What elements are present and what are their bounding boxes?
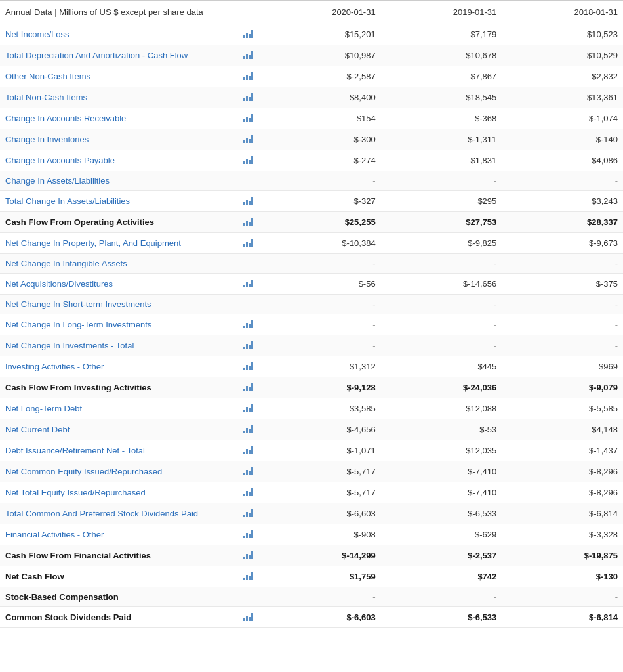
row-icon-cell[interactable] — [236, 274, 260, 295]
table-row: Net Change In Investments - Total--- — [0, 335, 623, 356]
row-icon-cell[interactable] — [236, 440, 260, 461]
row-icon-cell[interactable] — [236, 129, 260, 150]
row-icon-cell[interactable] — [236, 233, 260, 254]
row-label: Net Current Debt — [0, 419, 236, 440]
bar-chart-icon[interactable] — [243, 113, 253, 122]
bar-chart-icon[interactable] — [243, 612, 253, 621]
row-icon-cell[interactable] — [236, 87, 260, 108]
table-row: Net Long-Term Debt$3,585$12,088$-5,585 — [0, 398, 623, 419]
bar-chart-icon[interactable] — [243, 550, 253, 559]
row-icon-cell[interactable] — [236, 482, 260, 503]
table-row: Cash Flow From Operating Activities$25,2… — [0, 212, 623, 233]
row-value-col2: - — [381, 335, 502, 356]
row-label: Change In Accounts Receivable — [0, 108, 236, 129]
row-icon-cell[interactable] — [236, 314, 260, 335]
row-label: Debt Issuance/Retirement Net - Total — [0, 440, 236, 461]
row-icon-cell[interactable] — [236, 503, 260, 524]
row-icon-cell[interactable] — [236, 108, 260, 129]
bar-chart-icon[interactable] — [243, 487, 253, 496]
row-label: Net Change In Property, Plant, And Equip… — [0, 233, 236, 254]
bar-chart-icon[interactable] — [243, 361, 253, 370]
row-icon-cell[interactable] — [236, 24, 260, 45]
row-label: Common Stock Dividends Paid — [0, 607, 236, 628]
bar-chart-icon[interactable] — [243, 466, 253, 475]
bar-chart-icon[interactable] — [243, 529, 253, 538]
bar-chart-icon[interactable] — [243, 571, 253, 580]
row-value-col3: - — [502, 171, 623, 191]
row-icon-cell[interactable] — [236, 45, 260, 66]
row-label: Total Depreciation And Amortization - Ca… — [0, 45, 236, 66]
bar-chart-icon[interactable] — [243, 92, 253, 101]
row-icon-cell[interactable] — [236, 335, 260, 356]
row-value-col1: $-327 — [260, 191, 381, 212]
row-icon-cell[interactable] — [236, 356, 260, 377]
table-row: Net Common Equity Issued/Repurchased$-5,… — [0, 461, 623, 482]
bar-chart-icon[interactable] — [243, 403, 253, 412]
bar-chart-icon[interactable] — [243, 278, 253, 287]
header-col3: 2018-01-31 — [502, 1, 623, 24]
bar-chart-icon[interactable] — [243, 445, 253, 454]
bar-chart-icon[interactable] — [243, 340, 253, 349]
bar-chart-icon[interactable] — [243, 508, 253, 517]
table-row: Net Income/Loss$15,201$7,179$10,523 — [0, 24, 623, 45]
dash-value: - — [494, 320, 496, 329]
row-value-col1: $-6,603 — [260, 503, 381, 524]
row-label: Change In Inventories — [0, 129, 236, 150]
row-value-col1: - — [260, 335, 381, 356]
row-label: Change In Assets/Liabilities — [0, 171, 236, 191]
row-value-col1: $-1,071 — [260, 440, 381, 461]
row-icon-cell[interactable] — [236, 212, 260, 233]
row-value-col3: $10,523 — [502, 24, 623, 45]
row-label: Financial Activities - Other — [0, 524, 236, 545]
dash-value: - — [372, 341, 375, 350]
row-icon-cell[interactable] — [236, 377, 260, 398]
row-icon-cell[interactable] — [236, 461, 260, 482]
table-row: Common Stock Dividends Paid$-6,603$-6,53… — [0, 607, 623, 628]
row-value-col1: $-5,717 — [260, 482, 381, 503]
dash-value: - — [615, 176, 618, 186]
row-label: Cash Flow From Operating Activities — [0, 212, 236, 233]
row-value-col3: $-9,673 — [502, 233, 623, 254]
row-icon-cell[interactable] — [236, 191, 260, 212]
row-value-col1: $-5,717 — [260, 461, 381, 482]
bar-chart-icon[interactable] — [243, 238, 253, 247]
row-value-col2: $7,179 — [381, 24, 502, 45]
row-value-col3: - — [502, 335, 623, 356]
dash-value: - — [372, 320, 375, 329]
row-icon-cell — [236, 171, 260, 191]
row-icon-cell[interactable] — [236, 545, 260, 566]
row-value-col2: $-629 — [381, 524, 502, 545]
row-icon-cell[interactable] — [236, 607, 260, 628]
bar-chart-icon[interactable] — [243, 382, 253, 391]
row-icon-cell[interactable] — [236, 419, 260, 440]
row-value-col3: $-6,814 — [502, 607, 623, 628]
row-value-col1: $-10,384 — [260, 233, 381, 254]
row-value-col1: $154 — [260, 108, 381, 129]
bar-chart-icon[interactable] — [243, 50, 253, 59]
row-label: Net Income/Loss — [0, 24, 236, 45]
bar-chart-icon[interactable] — [243, 29, 253, 38]
row-icon-cell[interactable] — [236, 398, 260, 419]
bar-chart-icon[interactable] — [243, 319, 253, 328]
bar-chart-icon[interactable] — [243, 134, 253, 143]
row-value-col1: - — [260, 171, 381, 191]
bar-chart-icon[interactable] — [243, 217, 253, 226]
bar-chart-icon[interactable] — [243, 196, 253, 205]
row-icon-cell[interactable] — [236, 150, 260, 171]
bar-chart-icon[interactable] — [243, 71, 253, 80]
table-row: Cash Flow From Investing Activities$-9,1… — [0, 377, 623, 398]
bar-chart-icon[interactable] — [243, 155, 253, 164]
table-row: Net Change In Property, Plant, And Equip… — [0, 233, 623, 254]
row-icon-cell — [236, 587, 260, 607]
row-value-col3: - — [502, 587, 623, 607]
row-label: Net Change In Investments - Total — [0, 335, 236, 356]
row-icon-cell[interactable] — [236, 566, 260, 587]
row-value-col2: - — [381, 171, 502, 191]
row-icon-cell[interactable] — [236, 66, 260, 87]
row-value-col2: $-1,311 — [381, 129, 502, 150]
row-value-col1: - — [260, 314, 381, 335]
row-icon-cell[interactable] — [236, 524, 260, 545]
row-label: Net Cash Flow — [0, 566, 236, 587]
row-value-col2: $295 — [381, 191, 502, 212]
bar-chart-icon[interactable] — [243, 424, 253, 433]
